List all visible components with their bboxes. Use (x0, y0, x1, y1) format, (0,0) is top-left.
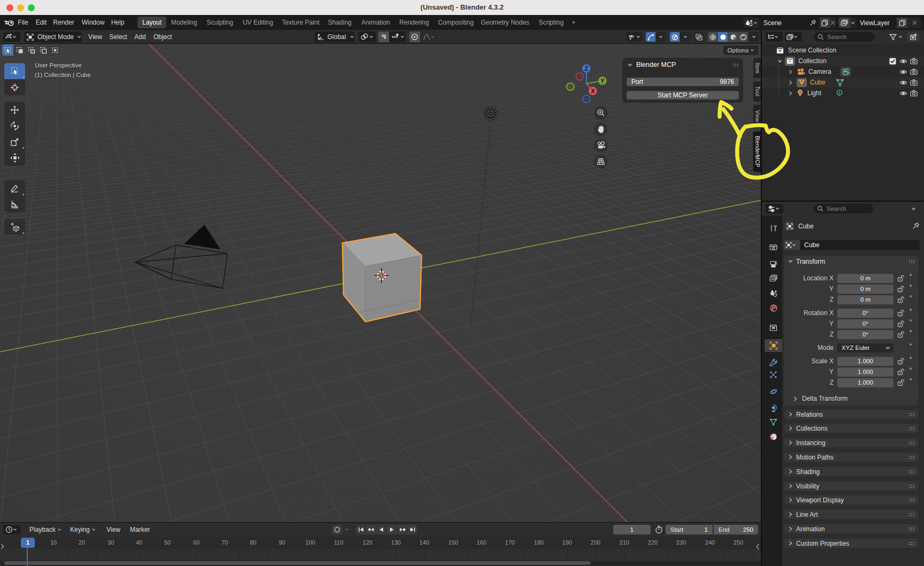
svg-text:Z: Z (585, 65, 589, 72)
svg-text:Y: Y (600, 78, 604, 84)
svg-text:X: X (591, 88, 594, 94)
